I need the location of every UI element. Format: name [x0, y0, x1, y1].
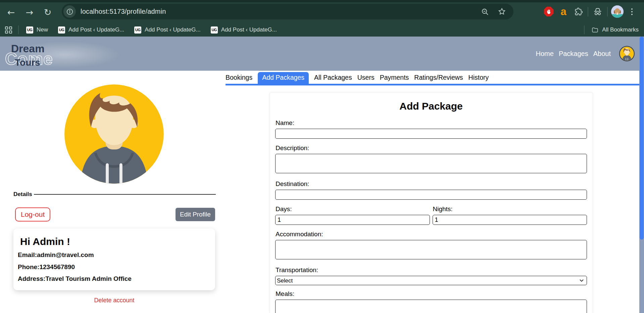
edit-profile-button[interactable]: Edit Profile: [176, 208, 215, 221]
field-name: Name:: [275, 119, 587, 139]
url-text[interactable]: localhost:5173/profile/admin: [81, 8, 481, 15]
bookmark-item[interactable]: UG Add Post ‹ UpdateG...: [58, 26, 124, 34]
days-input[interactable]: [275, 215, 430, 225]
browser-profile-avatar[interactable]: [610, 4, 625, 19]
transportation-select[interactable]: Select: [275, 276, 587, 285]
bookmark-label: Add Post ‹ UpdateG...: [68, 26, 124, 33]
nav-link-about[interactable]: About: [593, 50, 611, 58]
toolbar-divider: [607, 7, 608, 16]
tab-ratings-reviews[interactable]: Ratings/Reviews: [414, 72, 463, 84]
reload-button[interactable]: ↻: [41, 6, 54, 18]
incognito-icon[interactable]: [590, 4, 605, 19]
description-label: Description:: [276, 144, 587, 152]
bookmarks-divider: [18, 25, 19, 34]
ug-favicon: UG: [26, 26, 33, 34]
amazon-extension-icon[interactable]: a: [556, 4, 571, 19]
field-days: Days:: [275, 205, 430, 225]
ug-favicon: UG: [134, 26, 141, 34]
tab-history[interactable]: History: [468, 72, 489, 84]
apps-grid-icon[interactable]: [5, 26, 12, 34]
meals-label: Meals:: [276, 290, 587, 298]
description-input[interactable]: [275, 154, 587, 173]
toolbar-divider: [588, 7, 588, 16]
address-bar[interactable]: localhost:5173/profile/admin: [62, 4, 513, 19]
back-button[interactable]: ←: [4, 6, 18, 18]
tab-users[interactable]: Users: [357, 72, 375, 84]
screen: ← → ↻ localhost:5173/profile/admin: [0, 0, 644, 313]
email-text: Email:admin@travel.com: [18, 251, 94, 258]
extensions-puzzle-icon[interactable]: [571, 4, 586, 19]
profile-tabs: Bookings Add Packages All Packages Users…: [226, 73, 639, 85]
field-description: Description:: [275, 144, 587, 175]
site-header: Dream Come Tours Home Packages About: [0, 37, 644, 71]
details-label: Details: [13, 191, 32, 198]
ug-favicon: UG: [58, 26, 65, 34]
days-label: Days:: [276, 205, 430, 213]
bookmark-item[interactable]: UG New: [26, 26, 48, 34]
page-scrollbar-thumb[interactable]: [640, 37, 644, 240]
site-logo[interactable]: Dream Come Tours: [0, 37, 121, 71]
tab-bookings[interactable]: Bookings: [226, 72, 252, 84]
ug-favicon: UG: [211, 26, 218, 34]
tab-add-packages[interactable]: Add Packages: [258, 72, 309, 84]
zoom-icon[interactable]: [481, 8, 489, 16]
destination-input[interactable]: [275, 190, 587, 200]
transportation-label: Transportation:: [276, 266, 587, 274]
greeting-text: Hi Admin !: [20, 236, 208, 247]
logo-word-tours: Tours: [15, 57, 40, 68]
field-meals: Meals:: [275, 290, 587, 313]
bookmark-item[interactable]: UG Add Post ‹ UpdateG...: [134, 26, 200, 34]
nights-label: Nights:: [433, 205, 587, 213]
details-divider-line: [34, 194, 216, 195]
delete-account-link[interactable]: Delete account: [13, 297, 215, 304]
forward-button[interactable]: →: [23, 6, 36, 18]
browser-menu-kebab-icon[interactable]: [625, 4, 639, 19]
nav-link-packages[interactable]: Packages: [559, 50, 588, 58]
tab-all-packages[interactable]: All Packages: [314, 72, 352, 84]
page-scrollbar-track[interactable]: [639, 37, 644, 313]
add-package-panel: Add Package Name: Description: Destinati…: [269, 92, 593, 313]
accommodation-input[interactable]: [275, 240, 587, 259]
nights-input[interactable]: [433, 215, 587, 225]
profile-info-card: Hi Admin ! Email:admin@travel.com Phone:…: [13, 229, 215, 290]
bookmark-label: Add Post ‹ UpdateG...: [221, 26, 277, 33]
phone-text: Phone:1234567890: [18, 263, 75, 270]
browser-toolbar: ← → ↻ localhost:5173/profile/admin: [0, 0, 644, 23]
tab-payments[interactable]: Payments: [380, 72, 409, 84]
address-text: Address:Travel Tourism Admin Office: [18, 275, 132, 282]
field-accommodation: Accommodation:: [275, 231, 587, 261]
destination-label: Destination:: [276, 180, 587, 188]
name-input[interactable]: [275, 129, 587, 139]
field-nights: Nights:: [433, 205, 587, 225]
adblock-extension-icon[interactable]: [541, 4, 556, 19]
bookmarks-bar: UG New UG Add Post ‹ UpdateG... UG Add P…: [0, 23, 644, 37]
user-avatar-small[interactable]: [619, 46, 635, 61]
nav-link-home[interactable]: Home: [536, 50, 554, 58]
profile-avatar-large: [63, 83, 165, 185]
bookmark-label: Add Post ‹ UpdateG...: [145, 26, 200, 33]
accommodation-label: Accommodation:: [276, 231, 587, 238]
bookmark-star-icon[interactable]: [498, 7, 506, 16]
bookmarks-divider: [584, 25, 585, 34]
field-transportation: Transportation: Select: [275, 266, 587, 285]
form-title: Add Package: [275, 101, 587, 112]
logout-button[interactable]: Log-out: [15, 207, 50, 222]
details-section-header: Details: [13, 191, 216, 198]
bookmark-label: New: [37, 26, 48, 33]
name-label: Name:: [276, 119, 587, 127]
site-info-icon[interactable]: [63, 5, 76, 18]
folder-icon: [591, 26, 599, 34]
meals-input[interactable]: [275, 300, 587, 313]
field-destination: Destination:: [275, 180, 587, 200]
all-bookmarks-button[interactable]: All Bookmarks: [602, 26, 639, 33]
site-nav: Home Packages About: [536, 37, 635, 71]
bookmark-item[interactable]: UG Add Post ‹ UpdateG...: [211, 26, 277, 34]
